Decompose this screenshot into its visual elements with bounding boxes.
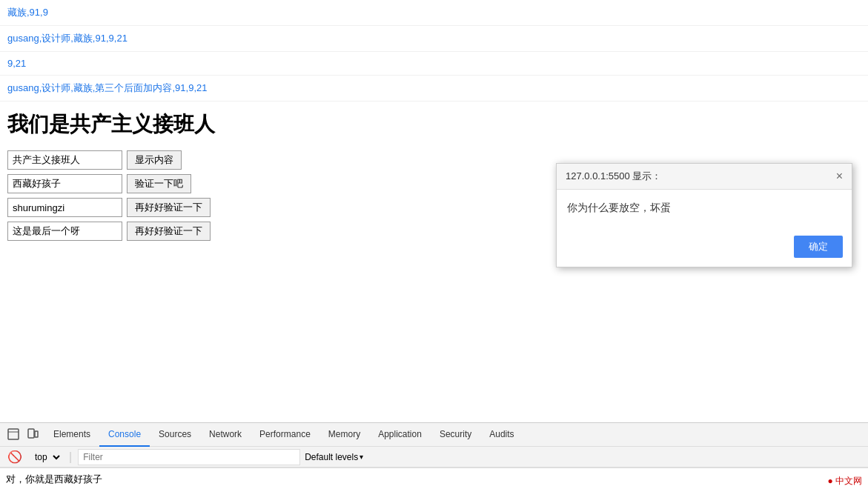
devtools-toolbar: 🚫 top | Default levels ▾ [0, 447, 868, 468]
alert-ok-button[interactable]: 确定 [794, 236, 843, 258]
verify-button-2[interactable]: 再好好验证一下 [127, 198, 211, 217]
context-selector[interactable]: top [28, 449, 63, 465]
tab-audits[interactable]: Audits [480, 423, 523, 447]
alert-body: 你为什么要放空，坏蛋 [557, 190, 852, 230]
text-line-2: gusang,设计师,藏族,91,9,21 [0, 26, 868, 52]
verify-button-3[interactable]: 再好好验证一下 [127, 222, 211, 241]
text-line-1: 藏族,91,9 [0, 0, 868, 26]
devtools-icons [6, 423, 40, 447]
text-line-3: 9,21 [0, 52, 868, 76]
tab-network[interactable]: Network [200, 423, 251, 447]
filter-input[interactable] [78, 449, 300, 465]
alert-message: 你为什么要放空，坏蛋 [567, 202, 841, 215]
alert-header: 127.0.0.1:5500 显示： × [557, 164, 852, 190]
devtools-panel: Elements Console Sources Network Perform… [0, 422, 868, 489]
inspect-element-icon[interactable] [6, 427, 21, 444]
tab-performance[interactable]: Performance [251, 423, 319, 447]
input-field-1[interactable] [7, 150, 122, 170]
show-content-button[interactable]: 显示内容 [127, 150, 182, 170]
alert-title: 127.0.0.1:5500 显示： [566, 170, 661, 183]
clear-console-icon[interactable]: 🚫 [6, 448, 24, 465]
alert-dialog: 127.0.0.1:5500 显示： × 你为什么要放空，坏蛋 确定 [556, 163, 852, 267]
svg-rect-0 [8, 429, 19, 439]
devtools-tabs: Elements Console Sources Network Perform… [0, 423, 868, 447]
default-levels-label[interactable]: Default levels ▾ [305, 452, 363, 462]
console-output: 对，你就是西藏好孩子 [0, 468, 868, 489]
input-field-4[interactable] [7, 222, 122, 241]
tab-application[interactable]: Application [369, 423, 431, 447]
watermark: ● 中文网 [827, 475, 862, 488]
tab-security[interactable]: Security [431, 423, 480, 447]
device-toolbar-icon[interactable] [25, 427, 40, 444]
main-content: 藏族,91,9 gusang,设计师,藏族,91,9,21 9,21 gusan… [0, 0, 868, 422]
input-field-3[interactable] [7, 198, 122, 217]
text-line-4: gusang,设计师,藏族,第三个后面加内容,91,9,21 [0, 76, 868, 102]
main-heading: 我们是共产主义接班人 [0, 102, 868, 146]
alert-footer: 确定 [557, 230, 852, 267]
svg-rect-3 [35, 431, 38, 437]
chevron-down-icon: ▾ [360, 453, 363, 461]
tab-sources[interactable]: Sources [150, 423, 200, 447]
tab-memory[interactable]: Memory [319, 423, 369, 447]
svg-rect-2 [28, 429, 34, 438]
tab-console[interactable]: Console [99, 423, 150, 447]
alert-close-button[interactable]: × [836, 170, 843, 183]
input-field-2[interactable] [7, 174, 122, 193]
verify-button-1[interactable]: 验证一下吧 [127, 174, 191, 193]
tab-elements[interactable]: Elements [44, 423, 99, 447]
